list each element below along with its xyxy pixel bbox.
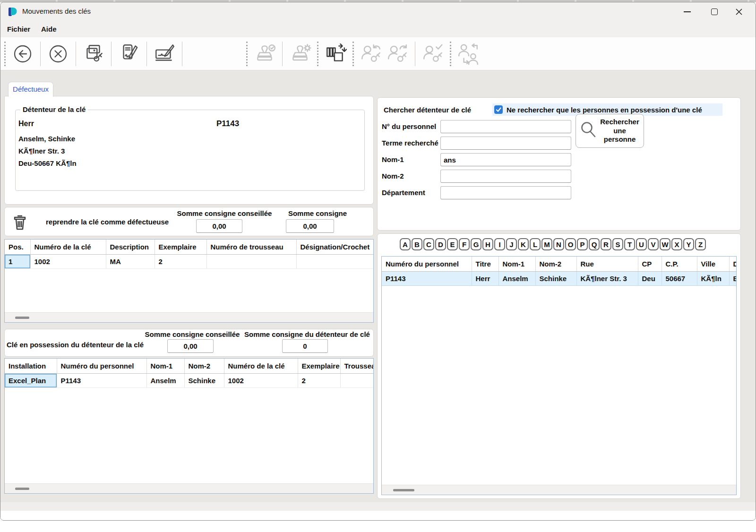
- cell-nom2[interactable]: Schinke: [184, 373, 224, 387]
- cell-designation[interactable]: [296, 254, 374, 268]
- letter-button[interactable]: Q: [589, 238, 600, 250]
- column-header[interactable]: Exemplaire: [155, 240, 206, 254]
- nom1-input[interactable]: [440, 153, 571, 166]
- letter-button[interactable]: S: [612, 238, 623, 250]
- letter-button[interactable]: N: [553, 238, 564, 250]
- letter-button[interactable]: I: [494, 238, 505, 250]
- letter-button[interactable]: K: [518, 238, 529, 250]
- column-header[interactable]: C.P.: [662, 257, 697, 271]
- letter-button[interactable]: J: [506, 238, 517, 250]
- menu-fichier[interactable]: Fichier: [5, 24, 32, 35]
- cell-keyring[interactable]: [340, 373, 374, 387]
- scrollbar-thumb[interactable]: [15, 317, 29, 319]
- cell-description[interactable]: MA: [106, 254, 155, 268]
- column-header[interactable]: Numéro de la clé: [30, 240, 106, 254]
- cell-key-number[interactable]: 1002: [30, 254, 106, 268]
- letter-button[interactable]: V: [648, 238, 659, 250]
- maximize-button[interactable]: [701, 2, 728, 21]
- stamp-approve-button[interactable]: [251, 41, 278, 67]
- nom2-input[interactable]: [440, 170, 571, 183]
- cell-nom1[interactable]: Anselm: [146, 373, 184, 387]
- column-header[interactable]: Trousseau: [340, 359, 374, 373]
- column-header[interactable]: Nom-2: [535, 257, 576, 271]
- column-header[interactable]: Nom-1: [498, 257, 535, 271]
- signature-pad-button[interactable]: [151, 41, 178, 67]
- letter-button[interactable]: P: [577, 238, 588, 250]
- letter-button[interactable]: W: [660, 238, 670, 250]
- swap-documents-button[interactable]: [322, 41, 349, 67]
- cell-key-number[interactable]: 1002: [224, 373, 298, 387]
- holder-deposit-input[interactable]: [282, 339, 328, 353]
- column-header[interactable]: Exemplaire: [298, 359, 340, 373]
- letter-button[interactable]: X: [671, 238, 682, 250]
- cancel-button[interactable]: [45, 41, 71, 67]
- toolbar-grip[interactable]: [246, 42, 248, 66]
- cell-nom1[interactable]: Anselm: [498, 271, 535, 285]
- confirm-key-person-button[interactable]: [420, 41, 446, 67]
- back-button[interactable]: [9, 41, 36, 67]
- sign-document-button[interactable]: [116, 41, 142, 67]
- cell-cp[interactable]: Deu: [638, 271, 662, 285]
- column-header[interactable]: Installation: [5, 359, 57, 373]
- cell-rue[interactable]: KÃ¶lner Str. 3: [576, 271, 638, 285]
- cell-personnel-number[interactable]: P1143: [57, 373, 146, 387]
- letter-button[interactable]: R: [601, 238, 611, 250]
- toolbar-grip[interactable]: [450, 42, 451, 66]
- cell-installation[interactable]: Excel_Plan: [5, 373, 57, 387]
- scrollbar-thumb[interactable]: [393, 489, 414, 491]
- column-header[interactable]: Ville: [697, 257, 729, 271]
- column-header[interactable]: Désignation/Crochet: [296, 240, 374, 254]
- column-header[interactable]: Titre: [472, 257, 498, 271]
- cell-pos[interactable]: 1: [5, 254, 30, 268]
- letter-button[interactable]: U: [636, 238, 647, 250]
- transfer-person-button[interactable]: [455, 41, 481, 67]
- table-row-selected[interactable]: P1143 Herr Anselm Schinke KÃ¶lner Str. 3…: [382, 271, 737, 285]
- letter-button[interactable]: O: [565, 238, 576, 250]
- letter-button[interactable]: M: [541, 238, 552, 250]
- personnel-number-input[interactable]: [440, 120, 571, 133]
- close-button[interactable]: [725, 2, 753, 21]
- column-header[interactable]: Numéro du personnel: [382, 257, 472, 271]
- letter-button[interactable]: A: [400, 238, 411, 250]
- tab-defectueux[interactable]: Défectueux: [8, 82, 53, 97]
- table-row[interactable]: Excel_Plan P1143 Anselm Schinke 1002 2: [5, 373, 374, 387]
- cell-title[interactable]: Herr: [472, 271, 498, 285]
- column-header[interactable]: Numéro de trousseau: [206, 240, 296, 254]
- horizontal-scrollbar[interactable]: [382, 485, 736, 495]
- stamp-settings-button[interactable]: [287, 41, 313, 67]
- menu-aide[interactable]: Aide: [39, 24, 59, 35]
- column-header[interactable]: Numéro du personnel: [57, 359, 146, 373]
- letter-button[interactable]: F: [459, 238, 470, 250]
- issue-key-person-button[interactable]: [384, 41, 411, 67]
- horizontal-scrollbar[interactable]: [5, 483, 373, 493]
- letter-button[interactable]: D: [435, 238, 446, 250]
- cell-nom2[interactable]: Schinke: [535, 271, 576, 285]
- suggested-deposit-input[interactable]: [196, 219, 242, 233]
- deposit-input[interactable]: [286, 219, 334, 233]
- return-key-person-button[interactable]: [358, 41, 384, 67]
- letter-button[interactable]: E: [447, 238, 458, 250]
- print-key-button[interactable]: [80, 41, 107, 67]
- column-header[interactable]: Nom-2: [184, 359, 224, 373]
- letter-button[interactable]: B: [412, 238, 422, 250]
- cell-copy[interactable]: 2: [155, 254, 206, 268]
- column-header[interactable]: Description: [106, 240, 155, 254]
- minimize-button[interactable]: [673, 2, 701, 21]
- cell-postal-code[interactable]: 50667: [662, 271, 697, 285]
- column-header[interactable]: Département: [729, 257, 737, 271]
- column-header[interactable]: CP: [638, 257, 662, 271]
- scrollbar-thumb[interactable]: [15, 488, 29, 490]
- letter-button[interactable]: T: [624, 238, 635, 250]
- search-term-input[interactable]: [440, 137, 571, 150]
- horizontal-scrollbar[interactable]: [5, 312, 373, 322]
- column-header[interactable]: Pos.: [5, 240, 30, 254]
- column-header[interactable]: Nom-1: [146, 359, 184, 373]
- search-person-button[interactable]: Rechercher une personne: [576, 114, 644, 148]
- column-header[interactable]: Rue: [576, 257, 638, 271]
- toolbar-grip[interactable]: [317, 42, 318, 66]
- toolbar-grip[interactable]: [352, 42, 354, 66]
- possession-suggested-input[interactable]: [167, 339, 214, 353]
- cell-personnel-number[interactable]: P1143: [382, 271, 472, 285]
- possession-filter-checkbox[interactable]: [494, 105, 503, 114]
- cell-ville[interactable]: KÃ¶ln: [697, 271, 729, 285]
